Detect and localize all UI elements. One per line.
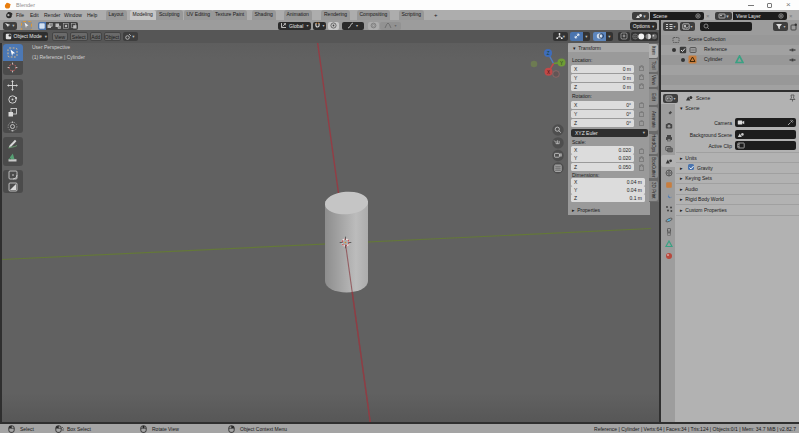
svg-text:Z: Z (547, 51, 550, 56)
svg-text:Y: Y (560, 61, 563, 66)
svg-text:X: X (547, 70, 550, 75)
